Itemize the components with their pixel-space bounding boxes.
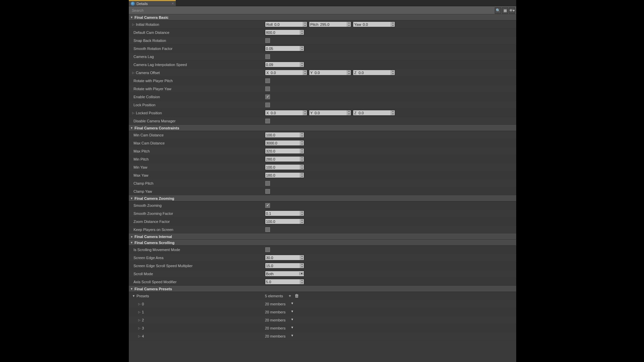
- min-pitch-input[interactable]: 280.0: [265, 156, 304, 162]
- spinner-icon[interactable]: [391, 22, 395, 27]
- row-screen-edge-area: Screen Edge Area30.0: [129, 254, 516, 262]
- eye-options-icon[interactable]: 👁▾: [509, 7, 515, 14]
- section-final-camera-presets[interactable]: ▼ Final Camera Presets: [129, 286, 516, 292]
- item-menu-icon[interactable]: ▼: [290, 334, 294, 339]
- chevron-down-icon: ▼: [130, 16, 133, 19]
- array-count: 5 elements: [265, 294, 283, 298]
- spinner-icon[interactable]: [347, 110, 351, 115]
- spinner-icon[interactable]: [300, 165, 304, 170]
- camera-offset-z-input[interactable]: Z0.0: [353, 70, 395, 75]
- is-scrolling-movement-mode-checkbox[interactable]: [265, 247, 270, 252]
- expand-icon[interactable]: ▷: [138, 310, 141, 314]
- spinner-icon[interactable]: [300, 140, 304, 145]
- yaw-field[interactable]: Yaw0.0: [353, 21, 395, 27]
- item-menu-icon[interactable]: ▼: [290, 310, 294, 314]
- matrix-view-icon[interactable]: ▦: [502, 7, 508, 14]
- locked-position-z-input[interactable]: Z0.0: [353, 110, 395, 116]
- pitch-field[interactable]: Pitch295.0: [309, 21, 351, 27]
- spinner-icon[interactable]: [300, 157, 304, 162]
- smooth-zooming-factor-input[interactable]: 0.1: [265, 210, 304, 216]
- row-zoom-distance-factor: Zoom Distance Factor100.0: [129, 218, 516, 226]
- section-final-camera-scrolling[interactable]: ▼ Final Camera Scrolling: [129, 240, 516, 246]
- min-cam-distance-input[interactable]: 100.0: [265, 132, 304, 138]
- screen-edge-area-input[interactable]: 30.0: [265, 255, 304, 260]
- clamp-yaw-checkbox[interactable]: [265, 189, 270, 194]
- expand-icon[interactable]: ▷: [132, 71, 135, 74]
- expand-icon[interactable]: ▷: [138, 326, 141, 330]
- smooth-zooming-checkbox[interactable]: [265, 203, 270, 208]
- spinner-icon[interactable]: [300, 219, 304, 224]
- spinner-icon[interactable]: [300, 211, 304, 216]
- scroll-mode-dropdown[interactable]: Both▼: [265, 271, 304, 277]
- spinner-icon[interactable]: [300, 255, 304, 260]
- item-menu-icon[interactable]: ▼: [290, 318, 294, 322]
- max-cam-distance-input[interactable]: 3000.0: [265, 140, 304, 146]
- max-pitch-input[interactable]: 320.0: [265, 148, 304, 154]
- expand-icon[interactable]: ▷: [138, 302, 141, 306]
- content-scroll[interactable]: ▼ Final Camera Basic ▷Initial Rotation R…: [129, 14, 516, 362]
- row-disable-camera-manager: Disable Camera Manager: [129, 117, 516, 125]
- spinner-icon[interactable]: [391, 70, 395, 75]
- spinner-icon[interactable]: [303, 22, 307, 27]
- row-min-cam-distance: Min Cam Distance100.0: [129, 131, 516, 139]
- expand-icon[interactable]: ▷: [132, 23, 135, 26]
- preset-item-2: ▷220 members▼: [129, 316, 516, 324]
- camera-lag-interp-speed-input[interactable]: 0.09: [265, 62, 304, 67]
- rotate-with-player-yaw-checkbox[interactable]: [265, 86, 270, 91]
- member-count: 20 members: [265, 302, 285, 306]
- max-yaw-input[interactable]: 180.0: [265, 172, 304, 178]
- default-cam-distance-input[interactable]: 800.0: [265, 29, 304, 35]
- clamp-pitch-checkbox[interactable]: [265, 181, 270, 186]
- screen-edge-scroll-speed-multiplier-input[interactable]: 15.0: [265, 263, 304, 268]
- spinner-icon[interactable]: [347, 70, 351, 75]
- snap-back-rotation-checkbox[interactable]: [265, 38, 270, 43]
- smooth-rotation-factor-input[interactable]: 0.05: [265, 46, 304, 51]
- row-clamp-yaw: Clamp Yaw: [129, 187, 516, 195]
- tab-label: Details: [137, 2, 148, 6]
- clear-array-button[interactable]: 🗑: [294, 293, 299, 298]
- chevron-down-icon[interactable]: ▼: [132, 294, 136, 298]
- section-final-camera-basic[interactable]: ▼ Final Camera Basic: [129, 14, 516, 20]
- spinner-icon[interactable]: [300, 62, 304, 67]
- spinner-icon[interactable]: [300, 132, 304, 137]
- keep-players-on-screen-checkbox[interactable]: [265, 227, 270, 232]
- spinner-icon[interactable]: [300, 46, 304, 51]
- locked-position-x-input[interactable]: X0.0: [265, 110, 307, 116]
- expand-icon[interactable]: ▷: [138, 318, 141, 322]
- expand-icon[interactable]: ▷: [138, 335, 141, 338]
- min-yaw-input[interactable]: 100.0: [265, 164, 304, 170]
- section-title: Final Camera Internal: [135, 235, 172, 239]
- section-final-camera-internal[interactable]: ▼ Final Camera Internal: [129, 234, 516, 240]
- spinner-icon[interactable]: [300, 263, 304, 268]
- spinner-icon[interactable]: [300, 30, 304, 35]
- camera-offset-y-input[interactable]: Y0.0: [309, 70, 351, 75]
- close-icon[interactable]: ×: [172, 2, 174, 5]
- camera-lag-checkbox[interactable]: [265, 54, 270, 59]
- search-input[interactable]: [130, 7, 494, 13]
- zoom-distance-factor-input[interactable]: 100.0: [265, 219, 304, 224]
- expand-icon[interactable]: ▷: [132, 111, 135, 115]
- spinner-icon[interactable]: [391, 110, 395, 115]
- disable-camera-manager-checkbox[interactable]: [265, 119, 270, 123]
- item-menu-icon[interactable]: ▼: [290, 326, 294, 330]
- enable-collision-checkbox[interactable]: [265, 95, 270, 99]
- lock-position-checkbox[interactable]: [265, 103, 270, 107]
- axis-scroll-speed-modifier-input[interactable]: 5.0: [265, 279, 304, 285]
- camera-offset-x-input[interactable]: X0.0: [265, 70, 307, 75]
- rotate-with-player-pitch-checkbox[interactable]: [265, 78, 270, 83]
- spinner-icon[interactable]: [300, 173, 304, 178]
- spinner-icon[interactable]: [303, 110, 307, 115]
- search-icon[interactable]: 🔍: [495, 7, 501, 14]
- item-menu-icon[interactable]: ▼: [290, 302, 294, 306]
- spinner-icon[interactable]: [303, 70, 307, 75]
- spinner-icon[interactable]: [300, 279, 304, 284]
- spinner-icon[interactable]: [347, 22, 351, 27]
- section-title: Final Camera Basic: [135, 15, 169, 19]
- roll-field[interactable]: Roll0.0: [265, 21, 307, 27]
- section-final-camera-zooming[interactable]: ▼ Final Camera Zooming: [129, 195, 516, 201]
- locked-position-y-input[interactable]: Y0.0: [309, 110, 351, 116]
- section-final-camera-constraints[interactable]: ▼ Final Camera Constraints: [129, 125, 516, 131]
- spinner-icon[interactable]: [300, 148, 304, 154]
- tab-details[interactable]: Details ×: [129, 0, 176, 6]
- add-element-button[interactable]: +: [287, 293, 292, 298]
